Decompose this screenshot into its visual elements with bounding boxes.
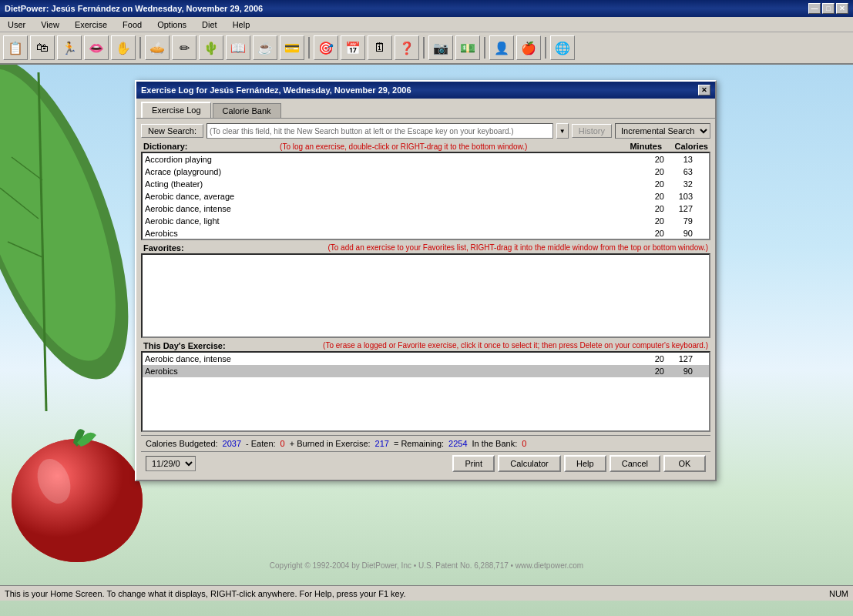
menu-diet[interactable]: Diet (197, 19, 222, 30)
close-button[interactable]: ✕ (836, 3, 848, 14)
thisday-label: This Day's Exercise: (143, 341, 226, 350)
col-header-minutes: Minutes (620, 142, 662, 151)
title-bar: DietPower: Jesús Fernández on Wednesday,… (0, 0, 853, 17)
print-button[interactable]: Print (452, 455, 495, 472)
favorites-label: Favorites: (143, 243, 184, 253)
exercise-log-dialog: Exercise Log for Jesús Fernández, Wednes… (135, 80, 717, 481)
desktop: Exercise Log for Jesús Fernández, Wednes… (0, 65, 853, 601)
calories-budgeted-value: 2037 (223, 439, 241, 448)
burned-value: 217 (375, 439, 389, 448)
dictionary-list[interactable]: Accordion playing 20 13 Acrace (playgrou… (141, 152, 710, 240)
pencil-icon[interactable]: ✏ (172, 35, 196, 60)
list-item[interactable]: Accordion playing 20 13 (143, 153, 709, 166)
history-button[interactable]: History (572, 124, 612, 138)
list-item[interactable]: Aerobics, average 20 87 (143, 239, 709, 240)
tab-exercise-log[interactable]: Exercise Log (141, 102, 211, 118)
thisday-list[interactable]: Aerobic dance, intense 20 127 Aerobics 2… (141, 351, 710, 432)
calendar2-icon[interactable]: 🗓 (368, 35, 392, 60)
maximize-button[interactable]: □ (822, 3, 835, 14)
svg-line-3 (0, 188, 39, 219)
eaten-label: - Eaten: (246, 439, 276, 448)
date-select[interactable]: 11/29/0 (146, 456, 196, 471)
svg-point-7 (12, 439, 143, 562)
list-item[interactable]: Acrace (playground) 20 63 (143, 166, 709, 178)
status-bar: This is your Home Screen. To change what… (0, 585, 853, 601)
menu-user[interactable]: User (3, 19, 30, 30)
card-icon[interactable]: 💳 (280, 35, 304, 60)
apple-icon[interactable]: 🍎 (516, 35, 541, 60)
www-icon[interactable]: 🌐 (550, 35, 575, 60)
search-input[interactable] (207, 123, 553, 139)
cactus-icon[interactable]: 🌵 (199, 35, 223, 60)
toolbar-separator-2 (308, 37, 310, 59)
person-icon[interactable]: 👤 (489, 35, 514, 60)
dictionary-label: Dictionary: (143, 142, 187, 151)
apple-decoration (0, 408, 154, 562)
window-title: DietPower: Jesús Fernández on Wednesday,… (5, 4, 263, 13)
dollar-icon[interactable]: 💵 (455, 35, 480, 60)
menu-options[interactable]: Options (153, 19, 191, 30)
bank-label: In the Bank: (472, 439, 518, 448)
toolbar-separator-1 (139, 37, 141, 59)
svg-line-2 (39, 72, 46, 411)
ok-button[interactable]: OK (663, 455, 706, 472)
svg-point-8 (32, 454, 76, 508)
svg-point-0 (0, 65, 139, 399)
thisday-item[interactable]: Aerobics 20 90 (143, 365, 709, 377)
menu-view[interactable]: View (36, 19, 64, 30)
svg-point-6 (12, 439, 143, 562)
num-indicator: NUM (829, 589, 848, 598)
target-icon[interactable]: 🎯 (314, 35, 338, 60)
dialog-title-text: Exercise Log for Jesús Fernández, Wednes… (141, 85, 411, 95)
favorites-section: Favorites: (To add an exercise to your F… (141, 243, 710, 338)
exercise-icon[interactable]: 🏃 (57, 35, 82, 60)
bag-icon[interactable]: 🛍 (30, 35, 55, 60)
tab-calorie-bank[interactable]: Calorie Bank (213, 103, 281, 118)
calendar1-icon[interactable]: 📅 (341, 35, 365, 60)
menu-food[interactable]: Food (118, 19, 146, 30)
cancel-button[interactable]: Cancel (610, 455, 660, 472)
status-text: This is your Home Screen. To change what… (5, 589, 405, 598)
dialog-title-bar: Exercise Log for Jesús Fernández, Wednes… (136, 82, 715, 99)
list-item[interactable]: Aerobic dance, average 20 103 (143, 190, 709, 203)
menu-help[interactable]: Help (228, 19, 255, 30)
hand-icon[interactable]: ✋ (111, 35, 136, 60)
search-dropdown-arrow[interactable]: ▼ (556, 123, 569, 139)
toolbar-separator-4 (484, 37, 485, 59)
pie-chart-icon[interactable]: 🥧 (145, 35, 170, 60)
new-search-button[interactable]: New Search: (141, 124, 203, 138)
help-button[interactable]: Help (564, 455, 606, 472)
button-row: 11/29/0 Print Calculator Help Cancel OK (141, 451, 710, 475)
minimize-button[interactable]: — (808, 3, 821, 14)
book-icon[interactable]: 📖 (226, 35, 250, 60)
diary-icon[interactable]: 📋 (3, 35, 28, 60)
question-icon[interactable]: ❓ (395, 35, 419, 60)
toolbar: 📋 🛍 🏃 👄 ✋ 🥧 ✏ 🌵 📖 ☕ 💳 🎯 📅 🗓 ❓ 📷 💵 👤 🍎 🌐 (0, 32, 853, 65)
list-item[interactable]: Aerobics 20 90 (143, 227, 709, 239)
copyright-text: Copyright © 1992-2004 by DietPower, Inc … (0, 561, 853, 570)
search-type-select[interactable]: Incremental Search Exact Match Starts Wi… (615, 123, 710, 139)
leaf-decoration (0, 65, 139, 450)
menu-exercise[interactable]: Exercise (70, 19, 112, 30)
list-item[interactable]: Aerobic dance, intense 20 127 (143, 203, 709, 215)
favorites-list[interactable] (141, 253, 710, 338)
burned-label: + Burned in Exercise: (290, 439, 371, 448)
calculator-button[interactable]: Calculator (498, 455, 561, 472)
dictionary-section: Dictionary: (To log an exercise, double-… (141, 142, 710, 240)
list-item[interactable]: Aerobic dance, light 20 79 (143, 215, 709, 227)
thisday-item[interactable]: Aerobic dance, intense 20 127 (143, 353, 709, 365)
toolbar-separator-3 (423, 37, 425, 59)
coffee-icon[interactable]: ☕ (253, 35, 277, 60)
svg-point-1 (0, 65, 139, 378)
list-item[interactable]: Acting (theater) 20 32 (143, 178, 709, 190)
dialog-close-button[interactable]: ✕ (698, 85, 710, 95)
camera-icon[interactable]: 📷 (428, 35, 453, 60)
menu-bar: User View Exercise Food Options Diet Hel… (0, 17, 853, 32)
col-header-calories: Calories (662, 142, 708, 151)
eaten-value: 0 (280, 439, 285, 448)
food-icon[interactable]: 👄 (84, 35, 109, 60)
dialog-content: New Search: ▼ History Incremental Search… (136, 118, 715, 480)
bank-value: 0 (522, 439, 526, 448)
thisday-instruction: (To erase a logged or Favorite exercise,… (226, 341, 708, 350)
toolbar-separator-5 (545, 37, 546, 59)
